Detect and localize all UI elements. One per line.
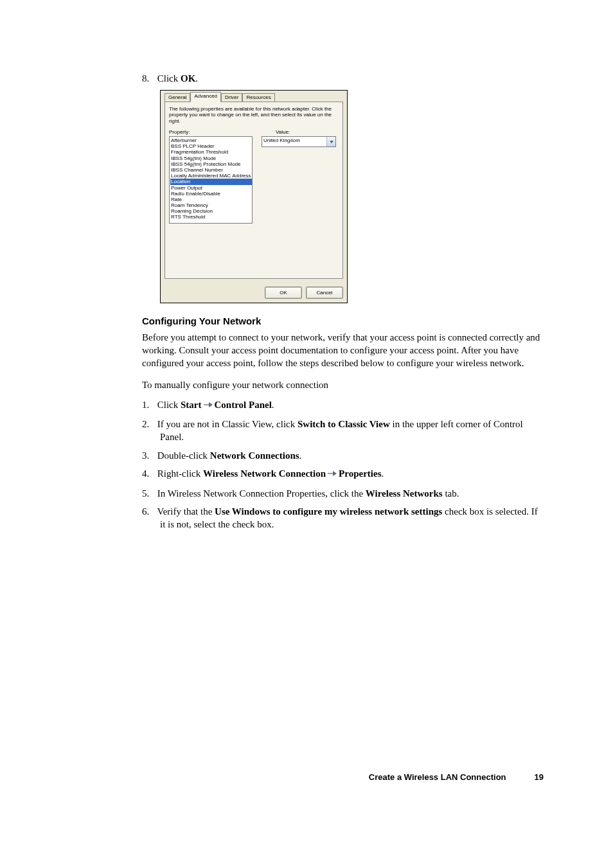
tab-driver[interactable]: Driver — [221, 93, 242, 102]
chevron-down-icon — [330, 141, 333, 143]
list-item[interactable]: RTS Threshold — [170, 214, 252, 220]
value-combobox[interactable]: United Kingdom — [262, 136, 336, 147]
list-item[interactable]: Roam Tendency — [170, 202, 252, 208]
dialog-tabs: General Advanced Driver Resources — [164, 93, 343, 102]
step-8-text-post: . — [195, 73, 198, 84]
section-heading: Configuring Your Network — [142, 315, 544, 328]
list-item-selected[interactable]: Location — [170, 179, 252, 184]
tab-resources[interactable]: Resources — [242, 93, 274, 102]
list-item[interactable]: IBSS 54g(tm) Protection Mode — [170, 161, 252, 167]
page-number: 19 — [535, 772, 544, 783]
section-intro: Before you attempt to connect to your ne… — [142, 331, 544, 370]
step-3: Double-click Network Connections. — [142, 449, 544, 462]
arrow-right-icon — [328, 467, 337, 480]
tab-advanced[interactable]: Advanced — [190, 92, 221, 102]
list-item[interactable]: Locally Administered MAC Address — [170, 173, 252, 179]
step-8-number: 8. — [142, 72, 155, 85]
step-1: Click StartControl Panel. — [142, 398, 544, 413]
list-item[interactable]: Roaming Decision — [170, 208, 252, 214]
value-label: Value: — [276, 129, 290, 135]
svg-rect-2 — [328, 473, 333, 474]
section-lead: To manually configure your network conne… — [142, 378, 544, 391]
value-combobox-button[interactable] — [326, 137, 335, 146]
listbox-scrollbar[interactable] — [253, 137, 253, 223]
arrow-right-icon — [204, 398, 213, 411]
svg-marker-3 — [333, 471, 337, 476]
step-5: In Wireless Network Connection Propertie… — [142, 487, 544, 500]
list-item[interactable]: BSS PLCP Header — [170, 143, 252, 149]
svg-marker-1 — [209, 402, 213, 407]
step-4: Right-click Wireless Network ConnectionP… — [142, 467, 544, 482]
properties-dialog-screenshot: General Advanced Driver Resources The fo… — [160, 90, 544, 303]
list-item[interactable]: IBSS Channel Number — [170, 167, 252, 173]
dialog-button-bar: OK Cancel — [161, 283, 347, 303]
properties-dialog: General Advanced Driver Resources The fo… — [160, 90, 348, 303]
list-item[interactable]: Rate — [170, 197, 252, 202]
scroll-track[interactable] — [253, 146, 253, 214]
page-footer: Create a Wireless LAN Connection 19 — [142, 772, 544, 783]
list-item[interactable]: Afterburner — [170, 137, 252, 143]
svg-rect-0 — [204, 404, 209, 405]
scroll-up-button[interactable] — [253, 137, 253, 146]
footer-title: Create a Wireless LAN Connection — [369, 772, 506, 783]
list-item[interactable]: Radio Enable/Disable — [170, 191, 252, 197]
list-item[interactable]: Power Output — [170, 185, 252, 191]
property-label: Property: — [169, 129, 267, 135]
step-8-text-bold: OK — [181, 73, 195, 84]
step-8: 8. Click OK. — [142, 72, 544, 85]
tab-general[interactable]: General — [164, 93, 190, 102]
value-combobox-text: United Kingdom — [262, 137, 326, 146]
step-6: Verify that the Use Windows to configure… — [142, 505, 544, 531]
list-item[interactable]: Fragmentation Threshold — [170, 149, 252, 155]
property-listbox[interactable]: Afterburner BSS PLCP Header Fragmentatio… — [169, 136, 253, 224]
numbered-steps: Click StartControl Panel. If you are not… — [142, 398, 544, 531]
cancel-button[interactable]: Cancel — [306, 287, 343, 299]
step-8-text-pre: Click — [157, 73, 181, 84]
dialog-description: The following properties are available f… — [169, 106, 339, 124]
tab-body-advanced: The following properties are available f… — [164, 102, 343, 279]
step-2: If you are not in Classic View, click Sw… — [142, 418, 544, 444]
scroll-down-button[interactable] — [253, 214, 253, 223]
ok-button[interactable]: OK — [265, 287, 302, 299]
list-item[interactable]: IBSS 54g(tm) Mode — [170, 155, 252, 161]
